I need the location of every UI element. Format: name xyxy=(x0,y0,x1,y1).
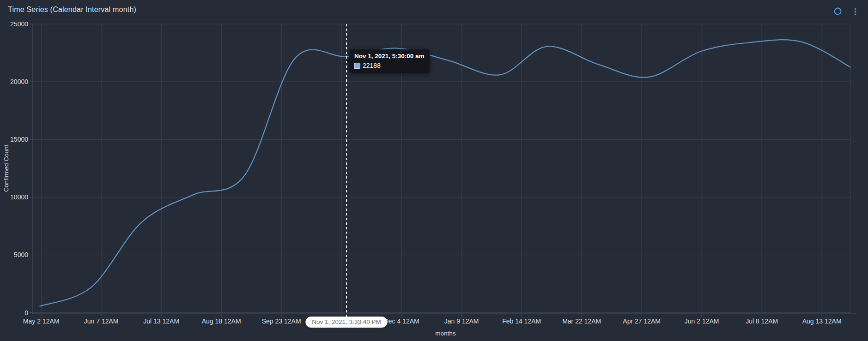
x-tick-label: Aug 18 12AM xyxy=(202,317,241,325)
x-axis-title: months xyxy=(435,330,456,337)
x-tick-label: Dec 4 12AM xyxy=(384,317,419,325)
x-tick-label: Feb 14 12AM xyxy=(502,317,541,325)
line-chart: 0500010000150002000025000May 2 12AMJun 7… xyxy=(0,0,868,341)
x-tick-label: Apr 27 12AM xyxy=(623,317,661,325)
x-tick-label: Jul 13 12AM xyxy=(143,317,179,325)
x-tick-label: Sep 23 12AM xyxy=(262,317,301,325)
x-tick-label: Jan 9 12AM xyxy=(444,317,479,325)
tooltip-value: 22188 xyxy=(363,62,381,69)
plot-area[interactable] xyxy=(32,24,850,313)
x-tick-label: Mar 22 12AM xyxy=(562,317,601,325)
y-axis-title: Confirmed Count xyxy=(3,144,10,191)
timeseries-panel: Time Series (Calendar Interval month) 05… xyxy=(0,0,868,341)
crosshair-time-label: Nov 1, 2021, 3:33:40 PM xyxy=(305,317,387,328)
y-tick-label: 5000 xyxy=(14,251,28,258)
y-tick-label: 25000 xyxy=(10,20,28,28)
tooltip-series-row: 22188 xyxy=(354,62,425,69)
y-tick-label: 10000 xyxy=(10,193,28,201)
y-tick-label: 15000 xyxy=(10,136,28,143)
x-tick-label: May 2 12AM xyxy=(23,317,60,325)
x-tick-label: Jun 7 12AM xyxy=(84,317,119,325)
y-tick-label: 20000 xyxy=(10,78,28,85)
x-tick-label: Jul 8 12AM xyxy=(746,317,778,325)
y-tick-label: 0 xyxy=(24,309,28,317)
chart-tooltip: Nov 1, 2021, 5:30:00 am 22188 xyxy=(349,49,430,73)
series-color-swatch xyxy=(354,63,360,69)
x-tick-label: Jun 2 12AM xyxy=(685,317,719,325)
tooltip-header: Nov 1, 2021, 5:30:00 am xyxy=(354,53,425,60)
x-tick-label: Aug 13 12AM xyxy=(802,317,842,325)
